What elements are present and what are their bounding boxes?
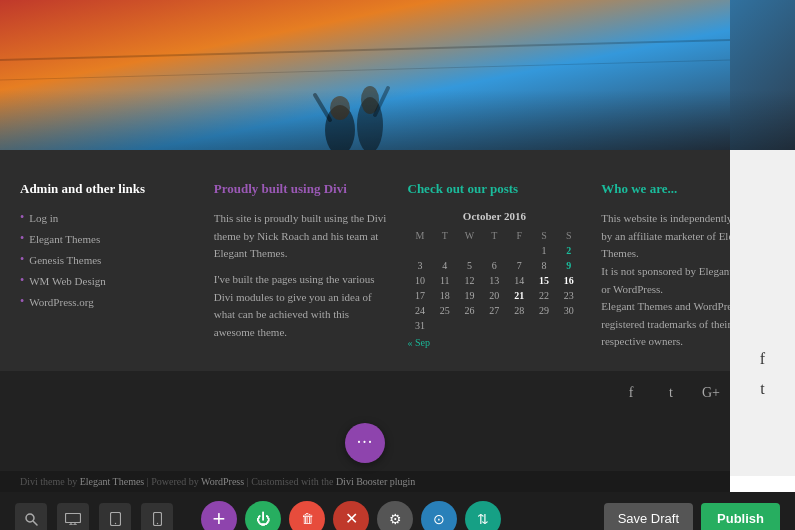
svg-point-9 [26,514,34,522]
toolbar-right: Save Draft Publish [604,503,780,530]
calendar-title: October 2016 [408,210,582,222]
list-item[interactable]: WM Web Design [20,273,194,288]
cal-cell [457,318,482,333]
cal-header-s1: S [532,228,557,243]
cal-cell [532,318,557,333]
cal-cell: 18 [432,288,457,303]
page-wrapper: f t [0,0,795,530]
cal-cell: 21 [507,288,532,303]
cal-cell [408,243,433,258]
tablet-icon [110,512,121,526]
footer-col1-links: Log in Elegant Themes Genesis Themes WM … [20,210,194,309]
cal-cell: 10 [408,273,433,288]
builder-toolbar: + ⏻ 🗑 ✕ ⚙ ⊙ ⇅ Save Draft Publish [0,492,795,530]
layout-button[interactable]: ⇅ [465,501,501,530]
cal-cell: 1 [532,243,557,258]
save-draft-button[interactable]: Save Draft [604,503,693,530]
tablet-view-button[interactable] [99,503,131,530]
cal-cell: 14 [507,273,532,288]
svg-line-10 [34,521,38,525]
cal-cell: 29 [532,303,557,318]
cal-cell [507,318,532,333]
cal-header-f: F [507,228,532,243]
divi-booster-link[interactable]: Divi Booster plugin [336,476,415,487]
cal-header-s2: S [556,228,581,243]
cal-cell: 20 [482,288,507,303]
list-item[interactable]: Log in [20,210,194,225]
cal-cell [457,243,482,258]
cal-cell: 7 [507,258,532,273]
footer-col-posts: Check out our posts October 2016 M T W T… [408,180,582,351]
settings-button[interactable]: ⚙ [377,501,413,530]
cal-header-w: W [457,228,482,243]
cal-cell: 27 [482,303,507,318]
publish-button[interactable]: Publish [701,503,780,530]
toolbar-left [15,503,173,530]
cal-cell: 8 [532,258,557,273]
enable-button[interactable]: ⏻ [245,501,281,530]
desktop-view-button[interactable] [57,503,89,530]
footer-col2-text1: This site is proudly built using the Div… [214,210,388,263]
svg-point-18 [156,523,157,524]
facebook-icon[interactable]: f [617,379,645,407]
cal-cell: 11 [432,273,457,288]
cal-cell: 16 [556,273,581,288]
divi-options-icon: ··· [357,432,374,453]
content-area: Admin and other links Log in Elegant The… [0,0,730,530]
svg-rect-11 [66,513,81,522]
sidebar-twitter-icon[interactable]: t [760,380,764,398]
cal-cell: 9 [556,258,581,273]
list-item[interactable]: WordPress.org [20,294,194,309]
cal-cell: 23 [556,288,581,303]
twitter-icon[interactable]: t [657,379,685,407]
cal-header-t: T [432,228,457,243]
close-button[interactable]: ✕ [333,501,369,530]
delete-button[interactable]: 🗑 [289,501,325,530]
cal-cell: 13 [482,273,507,288]
cal-cell: 6 [482,258,507,273]
cal-cell [432,243,457,258]
mobile-icon [153,512,162,526]
cal-cell: 31 [408,318,433,333]
cal-cell: 22 [532,288,557,303]
cal-header-t2: T [482,228,507,243]
elegant-themes-link[interactable]: Elegant Themes [80,476,145,487]
add-module-button[interactable]: + [201,501,237,530]
sidebar-facebook-icon[interactable]: f [760,350,765,368]
footer-social-bar: f t G+ ☰ [0,371,795,415]
footer-dark: Admin and other links Log in Elegant The… [0,150,795,371]
cal-cell [432,318,457,333]
cal-cell [482,243,507,258]
cal-cell: 24 [408,303,433,318]
list-item[interactable]: Elegant Themes [20,231,194,246]
wordpress-link[interactable]: WordPress [201,476,244,487]
hero-image [0,0,795,150]
cal-header-m: M [408,228,433,243]
calendar-nav-prev[interactable]: « Sep [408,337,582,348]
cal-cell: 19 [457,288,482,303]
search-button[interactable] [15,503,47,530]
history-button[interactable]: ⊙ [421,501,457,530]
divi-options-button[interactable]: ··· [345,423,385,463]
search-icon [24,512,38,526]
cal-cell: 17 [408,288,433,303]
list-item[interactable]: Genesis Themes [20,252,194,267]
footer-col2-heading: Proudly built using Divi [214,180,388,198]
mobile-view-button[interactable] [141,503,173,530]
svg-point-16 [114,523,115,524]
footer-text: Divi theme by Elegant Themes | Powered b… [20,476,415,487]
toolbar-actions: + ⏻ 🗑 ✕ ⚙ ⊙ ⇅ [201,501,501,530]
cal-cell [507,243,532,258]
cal-cell: 30 [556,303,581,318]
cal-cell: 25 [432,303,457,318]
calendar: October 2016 M T W T F S S [408,210,582,333]
googleplus-icon[interactable]: G+ [697,379,725,407]
cal-cell: 5 [457,258,482,273]
footer-col-divi: Proudly built using Divi This site is pr… [214,180,388,351]
cal-cell [482,318,507,333]
cal-cell [556,318,581,333]
cal-cell: 3 [408,258,433,273]
cal-cell: 26 [457,303,482,318]
cal-cell: 4 [432,258,457,273]
footer-text-bar: Divi theme by Elegant Themes | Powered b… [0,471,730,492]
